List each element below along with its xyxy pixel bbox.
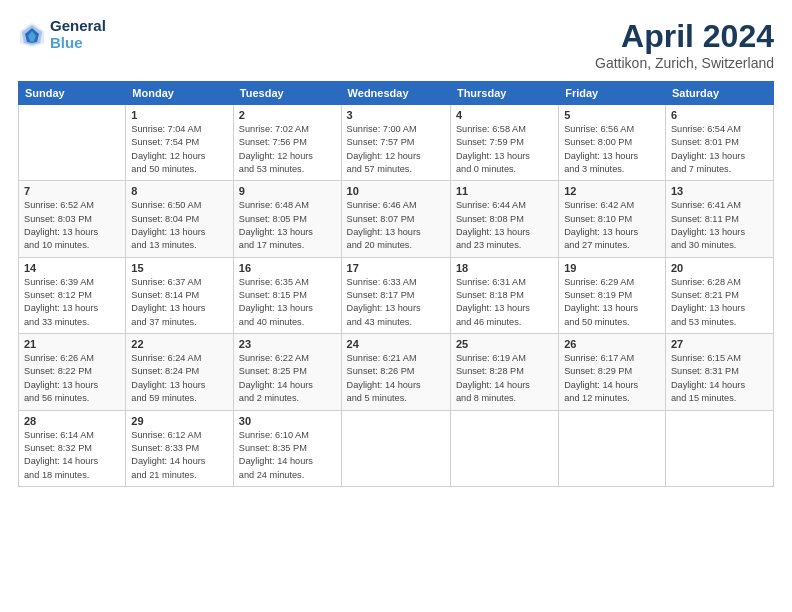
table-row [341, 410, 450, 486]
day-number: 10 [347, 185, 445, 197]
calendar-header-row: Sunday Monday Tuesday Wednesday Thursday… [19, 82, 774, 105]
day-number: 3 [347, 109, 445, 121]
day-info: Sunrise: 6:50 AM Sunset: 8:04 PM Dayligh… [131, 199, 228, 252]
day-info: Sunrise: 6:46 AM Sunset: 8:07 PM Dayligh… [347, 199, 445, 252]
logo: General Blue [18, 18, 106, 51]
day-info: Sunrise: 6:41 AM Sunset: 8:11 PM Dayligh… [671, 199, 768, 252]
day-info: Sunrise: 6:19 AM Sunset: 8:28 PM Dayligh… [456, 352, 553, 405]
day-info: Sunrise: 6:42 AM Sunset: 8:10 PM Dayligh… [564, 199, 660, 252]
col-monday: Monday [126, 82, 234, 105]
day-number: 14 [24, 262, 120, 274]
calendar-week-row: 1Sunrise: 7:04 AM Sunset: 7:54 PM Daylig… [19, 105, 774, 181]
day-info: Sunrise: 6:15 AM Sunset: 8:31 PM Dayligh… [671, 352, 768, 405]
table-row: 3Sunrise: 7:00 AM Sunset: 7:57 PM Daylig… [341, 105, 450, 181]
table-row: 4Sunrise: 6:58 AM Sunset: 7:59 PM Daylig… [450, 105, 558, 181]
day-number: 15 [131, 262, 228, 274]
table-row: 25Sunrise: 6:19 AM Sunset: 8:28 PM Dayli… [450, 334, 558, 410]
table-row: 11Sunrise: 6:44 AM Sunset: 8:08 PM Dayli… [450, 181, 558, 257]
table-row: 23Sunrise: 6:22 AM Sunset: 8:25 PM Dayli… [233, 334, 341, 410]
table-row: 5Sunrise: 6:56 AM Sunset: 8:00 PM Daylig… [559, 105, 666, 181]
day-info: Sunrise: 6:29 AM Sunset: 8:19 PM Dayligh… [564, 276, 660, 329]
day-info: Sunrise: 6:31 AM Sunset: 8:18 PM Dayligh… [456, 276, 553, 329]
table-row: 10Sunrise: 6:46 AM Sunset: 8:07 PM Dayli… [341, 181, 450, 257]
table-row [665, 410, 773, 486]
day-info: Sunrise: 6:39 AM Sunset: 8:12 PM Dayligh… [24, 276, 120, 329]
month-title: April 2024 [595, 18, 774, 55]
day-info: Sunrise: 7:02 AM Sunset: 7:56 PM Dayligh… [239, 123, 336, 176]
day-info: Sunrise: 6:33 AM Sunset: 8:17 PM Dayligh… [347, 276, 445, 329]
table-row: 6Sunrise: 6:54 AM Sunset: 8:01 PM Daylig… [665, 105, 773, 181]
day-number: 12 [564, 185, 660, 197]
day-info: Sunrise: 6:44 AM Sunset: 8:08 PM Dayligh… [456, 199, 553, 252]
calendar: Sunday Monday Tuesday Wednesday Thursday… [18, 81, 774, 487]
day-number: 4 [456, 109, 553, 121]
logo-icon [18, 21, 46, 49]
day-number: 21 [24, 338, 120, 350]
col-tuesday: Tuesday [233, 82, 341, 105]
table-row [450, 410, 558, 486]
day-number: 16 [239, 262, 336, 274]
table-row: 16Sunrise: 6:35 AM Sunset: 8:15 PM Dayli… [233, 257, 341, 333]
col-saturday: Saturday [665, 82, 773, 105]
table-row: 22Sunrise: 6:24 AM Sunset: 8:24 PM Dayli… [126, 334, 234, 410]
day-number: 26 [564, 338, 660, 350]
table-row: 17Sunrise: 6:33 AM Sunset: 8:17 PM Dayli… [341, 257, 450, 333]
day-info: Sunrise: 6:35 AM Sunset: 8:15 PM Dayligh… [239, 276, 336, 329]
day-number: 1 [131, 109, 228, 121]
table-row: 8Sunrise: 6:50 AM Sunset: 8:04 PM Daylig… [126, 181, 234, 257]
day-info: Sunrise: 6:12 AM Sunset: 8:33 PM Dayligh… [131, 429, 228, 482]
day-info: Sunrise: 6:26 AM Sunset: 8:22 PM Dayligh… [24, 352, 120, 405]
day-number: 29 [131, 415, 228, 427]
col-wednesday: Wednesday [341, 82, 450, 105]
day-number: 24 [347, 338, 445, 350]
table-row: 1Sunrise: 7:04 AM Sunset: 7:54 PM Daylig… [126, 105, 234, 181]
day-number: 30 [239, 415, 336, 427]
day-number: 6 [671, 109, 768, 121]
table-row: 19Sunrise: 6:29 AM Sunset: 8:19 PM Dayli… [559, 257, 666, 333]
table-row: 20Sunrise: 6:28 AM Sunset: 8:21 PM Dayli… [665, 257, 773, 333]
location: Gattikon, Zurich, Switzerland [595, 55, 774, 71]
day-number: 13 [671, 185, 768, 197]
day-info: Sunrise: 6:24 AM Sunset: 8:24 PM Dayligh… [131, 352, 228, 405]
table-row: 15Sunrise: 6:37 AM Sunset: 8:14 PM Dayli… [126, 257, 234, 333]
col-thursday: Thursday [450, 82, 558, 105]
day-info: Sunrise: 6:37 AM Sunset: 8:14 PM Dayligh… [131, 276, 228, 329]
day-number: 27 [671, 338, 768, 350]
table-row: 26Sunrise: 6:17 AM Sunset: 8:29 PM Dayli… [559, 334, 666, 410]
day-info: Sunrise: 6:56 AM Sunset: 8:00 PM Dayligh… [564, 123, 660, 176]
day-number: 11 [456, 185, 553, 197]
table-row: 9Sunrise: 6:48 AM Sunset: 8:05 PM Daylig… [233, 181, 341, 257]
day-number: 5 [564, 109, 660, 121]
day-info: Sunrise: 6:54 AM Sunset: 8:01 PM Dayligh… [671, 123, 768, 176]
day-info: Sunrise: 6:21 AM Sunset: 8:26 PM Dayligh… [347, 352, 445, 405]
day-info: Sunrise: 6:14 AM Sunset: 8:32 PM Dayligh… [24, 429, 120, 482]
calendar-week-row: 21Sunrise: 6:26 AM Sunset: 8:22 PM Dayli… [19, 334, 774, 410]
day-number: 28 [24, 415, 120, 427]
table-row: 27Sunrise: 6:15 AM Sunset: 8:31 PM Dayli… [665, 334, 773, 410]
title-block: April 2024 Gattikon, Zurich, Switzerland [595, 18, 774, 71]
day-info: Sunrise: 6:52 AM Sunset: 8:03 PM Dayligh… [24, 199, 120, 252]
day-number: 8 [131, 185, 228, 197]
day-number: 19 [564, 262, 660, 274]
day-number: 20 [671, 262, 768, 274]
calendar-week-row: 14Sunrise: 6:39 AM Sunset: 8:12 PM Dayli… [19, 257, 774, 333]
day-number: 7 [24, 185, 120, 197]
table-row: 7Sunrise: 6:52 AM Sunset: 8:03 PM Daylig… [19, 181, 126, 257]
table-row: 28Sunrise: 6:14 AM Sunset: 8:32 PM Dayli… [19, 410, 126, 486]
day-info: Sunrise: 6:10 AM Sunset: 8:35 PM Dayligh… [239, 429, 336, 482]
day-number: 22 [131, 338, 228, 350]
day-number: 18 [456, 262, 553, 274]
table-row: 14Sunrise: 6:39 AM Sunset: 8:12 PM Dayli… [19, 257, 126, 333]
table-row: 24Sunrise: 6:21 AM Sunset: 8:26 PM Dayli… [341, 334, 450, 410]
col-friday: Friday [559, 82, 666, 105]
table-row: 12Sunrise: 6:42 AM Sunset: 8:10 PM Dayli… [559, 181, 666, 257]
table-row [559, 410, 666, 486]
day-number: 2 [239, 109, 336, 121]
col-sunday: Sunday [19, 82, 126, 105]
day-info: Sunrise: 6:28 AM Sunset: 8:21 PM Dayligh… [671, 276, 768, 329]
table-row: 2Sunrise: 7:02 AM Sunset: 7:56 PM Daylig… [233, 105, 341, 181]
header: General Blue April 2024 Gattikon, Zurich… [18, 18, 774, 71]
logo-text: General Blue [50, 18, 106, 51]
day-info: Sunrise: 7:04 AM Sunset: 7:54 PM Dayligh… [131, 123, 228, 176]
calendar-week-row: 7Sunrise: 6:52 AM Sunset: 8:03 PM Daylig… [19, 181, 774, 257]
